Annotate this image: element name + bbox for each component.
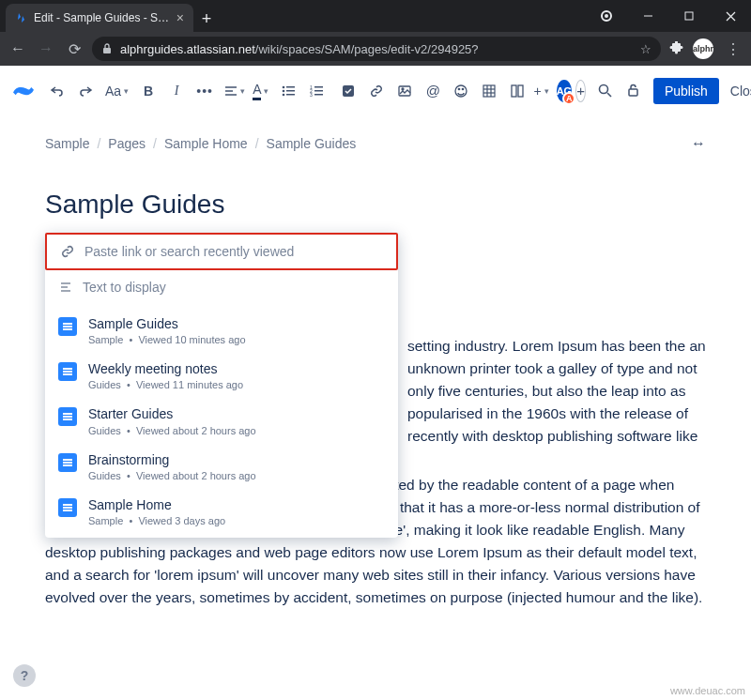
suggestion-item[interactable]: Sample GuidesSample • Viewed 10 minutes …: [45, 308, 398, 353]
star-icon[interactable]: ☆: [640, 42, 651, 56]
layouts-button[interactable]: [505, 79, 529, 103]
image-button[interactable]: [392, 79, 417, 103]
window-close-button[interactable]: [710, 0, 751, 32]
profile-avatar[interactable]: alphr: [693, 38, 713, 59]
svg-rect-15: [286, 94, 295, 96]
editor-toolbar: Aa▾ B I ••• ▾ A▾ 123 @ +▾ AGA + Publish …: [0, 66, 751, 116]
address-bar[interactable]: alphrguides.atlassian.net/wiki/spaces/SA…: [92, 37, 661, 61]
align-dropdown[interactable]: ▾: [224, 85, 245, 97]
emoji-button[interactable]: [449, 79, 473, 103]
back-button[interactable]: ←: [8, 40, 28, 57]
user-avatar[interactable]: AGA: [557, 80, 573, 102]
svg-rect-13: [286, 86, 295, 88]
find-button[interactable]: [593, 79, 618, 103]
link-url-row: [45, 233, 398, 270]
link-picker-popup: Sample GuidesSample • Viewed 10 minutes …: [45, 233, 398, 538]
watermark: www.deuac.com: [670, 685, 745, 696]
redo-button[interactable]: [73, 79, 98, 103]
text-style-dropdown[interactable]: Aa▾: [105, 84, 129, 99]
browser-tab[interactable]: Edit - Sample Guides - Sample - ×: [6, 4, 193, 32]
content-width-toggle[interactable]: ↔: [691, 135, 706, 152]
window-minimize-button[interactable]: [627, 0, 668, 32]
browser-tab-strip: Edit - Sample Guides - Sample - × +: [0, 0, 751, 32]
svg-rect-16: [314, 86, 323, 88]
number-list-button[interactable]: 123: [304, 79, 329, 103]
page-icon: [58, 453, 77, 472]
svg-point-12: [283, 93, 285, 96]
reload-button[interactable]: ⟳: [64, 40, 84, 58]
svg-rect-17: [314, 90, 323, 92]
tab-close-icon[interactable]: ×: [176, 10, 184, 25]
mention-button[interactable]: @: [421, 79, 445, 103]
suggestion-item[interactable]: Weekly meeting notesGuides • Viewed 11 m…: [45, 353, 398, 398]
extensions-icon[interactable]: [668, 41, 683, 56]
publish-button[interactable]: Publish: [653, 78, 719, 104]
link-url-input[interactable]: [84, 244, 383, 259]
close-button[interactable]: Close: [723, 84, 751, 99]
lock-icon: [101, 43, 113, 54]
svg-rect-33: [512, 85, 516, 97]
svg-rect-34: [518, 85, 523, 97]
suggestion-item[interactable]: BrainstormingGuides • Viewed about 2 hou…: [45, 444, 398, 489]
favicon-icon: [15, 11, 28, 24]
svg-rect-18: [314, 94, 323, 96]
link-button[interactable]: [364, 79, 389, 103]
restrictions-button[interactable]: [621, 79, 646, 103]
svg-rect-3: [685, 12, 693, 20]
svg-point-35: [600, 85, 608, 94]
browser-menu-icon[interactable]: ⋮: [723, 40, 743, 58]
browser-toolbar: ← → ⟳ alphrguides.atlassian.net/wiki/spa…: [0, 32, 751, 66]
invite-button[interactable]: +: [575, 80, 586, 102]
forward-button[interactable]: →: [36, 40, 56, 57]
svg-point-27: [463, 88, 464, 89]
window-maximize-button[interactable]: [668, 0, 710, 32]
svg-point-26: [459, 88, 460, 89]
url-text: alphrguides.atlassian.net/wiki/spaces/SA…: [120, 42, 479, 56]
link-icon: [60, 245, 75, 258]
svg-point-24: [402, 88, 404, 90]
undo-button[interactable]: [45, 79, 69, 103]
insert-dropdown[interactable]: +▾: [533, 84, 548, 99]
svg-point-11: [283, 89, 285, 92]
link-text-row: [45, 270, 398, 304]
text-color-dropdown[interactable]: A▾: [253, 82, 268, 100]
page-icon: [58, 362, 77, 381]
help-button[interactable]: ?: [13, 664, 36, 687]
breadcrumb-item[interactable]: Sample Guides: [267, 136, 357, 151]
link-text-input[interactable]: [83, 280, 385, 295]
circle-icon[interactable]: [586, 0, 627, 32]
svg-point-10: [283, 85, 285, 88]
new-tab-button[interactable]: +: [193, 6, 220, 32]
svg-rect-14: [286, 90, 295, 92]
suggestion-item[interactable]: Starter GuidesGuides • Viewed about 2 ho…: [45, 398, 398, 443]
text-icon: [58, 282, 73, 293]
page-icon: [58, 407, 77, 426]
more-formatting-button[interactable]: •••: [192, 79, 217, 103]
breadcrumb: Sample/ Pages/ Sample Home/ Sample Guide…: [45, 135, 706, 152]
svg-line-36: [607, 93, 611, 97]
link-suggestions: Sample GuidesSample • Viewed 10 minutes …: [45, 304, 398, 538]
page-icon: [58, 317, 77, 336]
svg-point-1: [605, 14, 608, 18]
action-item-button[interactable]: [336, 79, 360, 103]
svg-text:3: 3: [310, 92, 313, 97]
svg-rect-6: [103, 48, 111, 53]
breadcrumb-item[interactable]: Pages: [108, 136, 146, 151]
bold-button[interactable]: B: [136, 79, 161, 103]
svg-rect-28: [483, 85, 495, 97]
suggestion-item[interactable]: Sample HomeSample • Viewed 3 days ago: [45, 489, 398, 534]
bullet-list-button[interactable]: [276, 79, 300, 103]
tab-title: Edit - Sample Guides - Sample -: [34, 11, 171, 24]
page-icon: [58, 498, 77, 517]
svg-rect-37: [629, 89, 637, 96]
confluence-logo-icon[interactable]: [13, 81, 34, 101]
page-title[interactable]: Sample Guides: [45, 190, 706, 220]
italic-button[interactable]: I: [164, 79, 189, 103]
breadcrumb-item[interactable]: Sample: [45, 136, 89, 151]
table-button[interactable]: [477, 79, 501, 103]
breadcrumb-item[interactable]: Sample Home: [164, 136, 248, 151]
